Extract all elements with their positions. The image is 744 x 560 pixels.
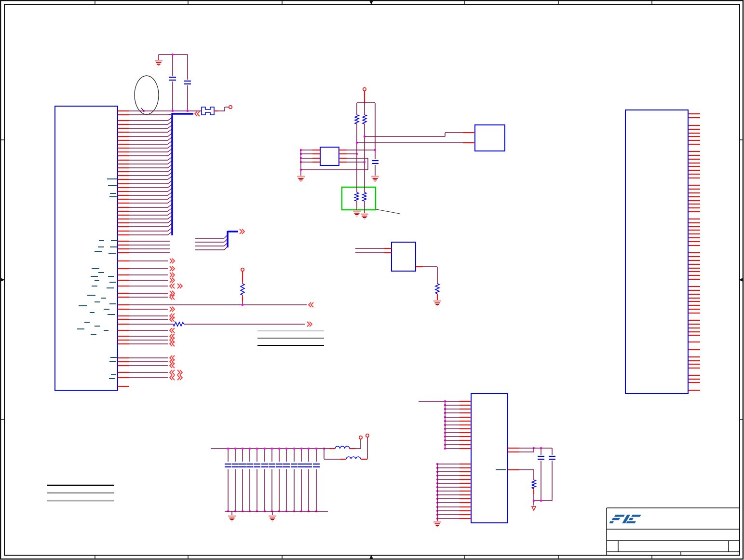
- junction-dot: [172, 110, 174, 112]
- chevron-icon: [309, 302, 313, 307]
- inductor-icon: [346, 457, 361, 459]
- resistor-icon: [435, 284, 439, 294]
- junction-dot: [300, 448, 302, 450]
- terminal-circle: [229, 106, 232, 109]
- chevron-icon: [307, 322, 312, 327]
- junction-dot: [256, 448, 258, 450]
- chevron-icon: [170, 307, 175, 312]
- junction-dot: [187, 110, 189, 112]
- resistor-icon: [355, 192, 359, 201]
- chevron-icon: [170, 278, 175, 283]
- terminal-circle: [359, 436, 362, 439]
- frame-outer: [0, 0, 743, 559]
- highlight-box: [342, 187, 376, 210]
- fic-logo-stripe: [629, 518, 634, 520]
- junction-dot: [242, 448, 243, 450]
- fic-logo-stripe: [609, 521, 614, 524]
- resistor-icon: [241, 284, 244, 295]
- component-box: [392, 242, 416, 271]
- resistor-icon: [363, 192, 366, 201]
- junction-dot: [242, 304, 243, 306]
- junction-dot: [308, 448, 310, 450]
- fic-logo-stripe: [626, 521, 636, 524]
- component-box: [471, 394, 508, 523]
- component-box: [625, 110, 688, 394]
- resistor-icon: [355, 115, 359, 124]
- terminal-circle: [366, 434, 369, 437]
- junction-dot: [172, 54, 174, 55]
- chevron-icon: [170, 284, 175, 288]
- frame-inner: [4, 4, 740, 555]
- chevron-icon: [170, 375, 175, 380]
- resistor-icon: [532, 480, 536, 489]
- note-line: [376, 209, 400, 214]
- chevron-icon: [240, 229, 244, 234]
- junction-dot: [278, 448, 280, 450]
- junction-dot: [293, 448, 295, 450]
- fic-logo-stripe: [614, 515, 625, 517]
- chevron-icon: [177, 375, 182, 380]
- chevron-icon: [170, 273, 175, 277]
- chevron-icon: [170, 259, 175, 263]
- terminal-circle: [363, 88, 366, 91]
- junction-dot: [264, 448, 266, 450]
- ground-arrow-icon: [532, 506, 536, 510]
- chevron-icon: [170, 328, 175, 333]
- chevron-icon: [177, 284, 182, 288]
- chevron-icon: [170, 317, 175, 322]
- component-box: [55, 106, 118, 390]
- resistor-icon: [363, 115, 366, 124]
- junction-dot: [315, 448, 317, 450]
- inductor-icon: [335, 446, 350, 449]
- resistor-icon: [173, 322, 184, 326]
- component-box: [320, 147, 339, 165]
- ellipse-annotation: [135, 76, 159, 114]
- chevron-icon: [195, 111, 200, 116]
- fic-logo-stripe: [612, 518, 621, 520]
- junction-dot: [540, 500, 542, 502]
- junction-dot: [271, 448, 273, 450]
- schematic-sheet: [0, 0, 744, 560]
- fuse-icon: [202, 107, 214, 115]
- terminal-circle: [241, 268, 244, 271]
- junction-dot: [234, 448, 236, 450]
- fic-logo-stripe: [631, 515, 641, 517]
- component-box: [475, 125, 505, 151]
- junction-dot: [249, 448, 251, 450]
- chevron-icon: [170, 370, 175, 375]
- junction-dot: [227, 448, 229, 450]
- chevron-icon: [170, 266, 175, 271]
- schematic-drawing: [0, 0, 744, 560]
- junction-dot: [285, 448, 287, 450]
- chevron-icon: [177, 370, 182, 375]
- fic-logo: [609, 515, 641, 523]
